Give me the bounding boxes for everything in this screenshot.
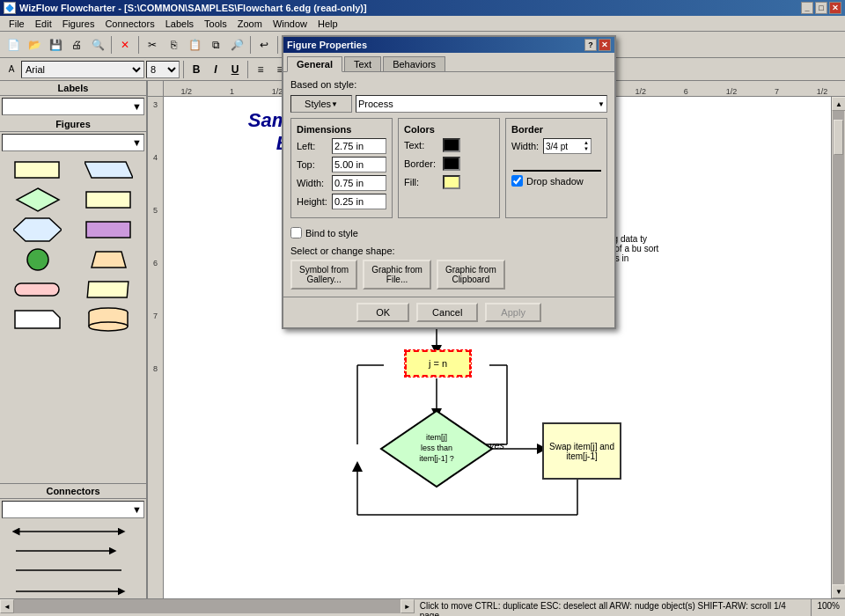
dialog-titlebar-controls[interactable]: ? ✕	[584, 39, 611, 51]
figure-circle[interactable]	[4, 246, 71, 273]
print-button[interactable]: 🖨	[67, 35, 86, 55]
connector-arrow-both[interactable]	[7, 524, 139, 539]
cut-button[interactable]: ✂	[143, 35, 162, 55]
font-select[interactable]: Arial	[21, 61, 144, 78]
cancel-button[interactable]: Cancel	[416, 303, 478, 322]
bind-to-style-checkbox[interactable]	[290, 227, 302, 238]
menu-file[interactable]: File	[4, 18, 30, 30]
menu-zoom[interactable]: Zoom	[232, 18, 268, 30]
drop-shadow-checkbox[interactable]	[511, 175, 523, 187]
style-btn[interactable]: A	[4, 62, 19, 77]
figure-cylinder[interactable]	[75, 306, 143, 333]
paste-button[interactable]: 📋	[185, 35, 204, 55]
undo-button[interactable]: ↩	[254, 35, 274, 55]
labels-dropdown-icon: ▼	[132, 101, 142, 112]
underline-button[interactable]: U	[226, 61, 244, 78]
figure-slant-rect[interactable]	[75, 276, 143, 303]
menu-figures[interactable]: Figures	[57, 18, 100, 30]
font-size-select[interactable]: 8	[146, 61, 180, 78]
border-width-up[interactable]: ▲	[584, 140, 589, 146]
menu-window[interactable]: Window	[268, 18, 312, 30]
figure-parallelogram[interactable]	[75, 157, 143, 183]
scroll-right-button[interactable]: ►	[400, 599, 415, 613]
dim-left-input[interactable]	[332, 138, 386, 154]
apply-button[interactable]: Apply	[485, 303, 541, 322]
color-border-label: Border:	[404, 158, 443, 169]
open-button[interactable]: 📂	[25, 35, 44, 55]
zoom-status: 100%	[811, 599, 845, 616]
duplicate-button[interactable]: ⧉	[206, 35, 225, 55]
scroll-left-button[interactable]: ◄	[0, 599, 14, 613]
bold-button[interactable]: B	[187, 61, 205, 78]
dialog-help-button[interactable]: ?	[584, 39, 597, 51]
dim-height-input[interactable]	[332, 194, 386, 209]
dim-width-input[interactable]	[332, 175, 386, 191]
dialog-close-button[interactable]: ✕	[599, 39, 611, 51]
border-width-down[interactable]: ▼	[584, 146, 589, 152]
menu-edit[interactable]: Edit	[30, 18, 57, 30]
labels-dropdown[interactable]: ▼	[2, 98, 144, 115]
vscroll-thumb[interactable]	[834, 120, 843, 155]
border-width-input[interactable]: 3/4 pt ▲ ▼	[543, 138, 592, 154]
delete-button[interactable]: ✕	[115, 35, 135, 55]
styles-button[interactable]: Styles▼	[290, 95, 352, 113]
tab-behaviors[interactable]: Behaviors	[383, 56, 445, 71]
color-border-row: Border:	[404, 157, 494, 171]
style-label: Based on style:	[290, 79, 370, 90]
italic-button[interactable]: I	[207, 61, 224, 78]
preview-button[interactable]: 🔍	[88, 35, 107, 55]
figure-rectangle-purple[interactable]	[75, 216, 143, 243]
graphic-file-button[interactable]: Graphic fromFile...	[363, 260, 431, 290]
menu-labels[interactable]: Labels	[160, 18, 199, 30]
dim-top-input[interactable]	[332, 157, 386, 172]
colors-section: Colors Text: Border: Fill:	[398, 118, 500, 218]
connectors-dropdown[interactable]: ▼	[2, 501, 144, 518]
ok-button[interactable]: OK	[356, 303, 409, 322]
connector-arrow-right[interactable]	[7, 543, 139, 559]
text-color-box[interactable]	[443, 138, 460, 152]
fill-color-box[interactable]	[443, 175, 460, 189]
find-button[interactable]: 🔎	[227, 35, 246, 55]
app-icon: 🔷	[4, 2, 16, 14]
figure-diamond-small[interactable]	[4, 187, 71, 213]
tab-general[interactable]: General	[287, 56, 342, 72]
hscroll-track[interactable]	[14, 599, 400, 613]
connector-elbow-right[interactable]	[7, 582, 139, 598]
titlebar-controls[interactable]: _ □ ✕	[801, 2, 841, 14]
figure-properties-dialog[interactable]: Figure Properties ? ✕ General Text Behav…	[282, 35, 616, 329]
scroll-down-button[interactable]: ▼	[832, 584, 845, 598]
border-color-box[interactable]	[443, 157, 460, 171]
close-button[interactable]: ✕	[829, 2, 841, 14]
border-width-spinner[interactable]: ▲ ▼	[584, 140, 589, 152]
style-select[interactable]: Process ▼	[356, 95, 607, 113]
symbol-gallery-button[interactable]: Symbol fromGallery...	[290, 260, 357, 290]
save-button[interactable]: 💾	[46, 35, 65, 55]
scroll-thumb-v[interactable]	[833, 111, 844, 584]
new-button[interactable]: 📄	[4, 35, 23, 55]
figures-dropdown[interactable]: ▼	[2, 134, 144, 151]
fc-swap[interactable]: Swap item[j] and item[j-1]	[542, 422, 621, 480]
copy-button[interactable]: ⎘	[164, 35, 183, 55]
connector-line[interactable]	[7, 562, 139, 578]
figure-rounded-rect[interactable]	[4, 276, 71, 303]
fc-process3[interactable]: j = n	[405, 350, 471, 377]
bind-to-style-label: Bind to style	[305, 228, 358, 238]
vertical-scrollbar[interactable]: ▲ ▼	[831, 97, 845, 598]
figure-rectangle[interactable]	[4, 157, 71, 183]
align-left-button[interactable]: ≡	[252, 61, 269, 78]
figure-hexagon[interactable]	[4, 216, 71, 243]
menu-help[interactable]: Help	[312, 18, 343, 30]
graphic-clipboard-button[interactable]: Graphic fromClipboard	[437, 260, 505, 290]
minimize-button[interactable]: _	[801, 2, 813, 14]
figure-trapezoid[interactable]	[75, 246, 143, 273]
maximize-button[interactable]: □	[815, 2, 827, 14]
tab-text[interactable]: Text	[344, 56, 381, 71]
menu-tools[interactable]: Tools	[199, 18, 232, 30]
scroll-up-button[interactable]: ▲	[832, 97, 845, 111]
svg-marker-10	[15, 311, 60, 328]
figure-note[interactable]	[4, 306, 71, 333]
fc-decision[interactable]: item[j] less than item[j-1] ?	[379, 409, 494, 488]
figure-rectangle2[interactable]	[75, 187, 143, 213]
svg-marker-9	[87, 282, 129, 297]
menu-connectors[interactable]: Connectors	[99, 18, 159, 30]
